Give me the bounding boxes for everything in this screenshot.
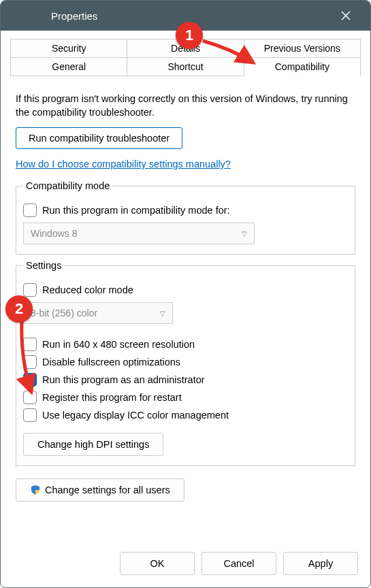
cancel-button[interactable]: Cancel: [201, 552, 276, 575]
compat-mode-select[interactable]: Windows 8 ▽: [23, 223, 255, 244]
change-all-users-label: Change settings for all users: [45, 485, 170, 495]
shield-icon: [30, 485, 41, 495]
annotation-badge-2: 2: [5, 295, 33, 323]
tab-general[interactable]: General: [10, 58, 127, 76]
change-dpi-button[interactable]: Change high DPI settings: [23, 433, 163, 456]
run-troubleshooter-button[interactable]: Run compatibility troubleshooter: [16, 127, 182, 149]
annotation-arrow-1: [197, 35, 265, 69]
properties-window: Properties Security Details Previous Ver…: [0, 0, 371, 588]
legacy-icc-checkbox[interactable]: [23, 408, 37, 422]
chevron-down-icon: ▽: [242, 230, 247, 238]
annotation-arrow-2: [14, 318, 41, 400]
legacy-icc-label: Use legacy display ICC color management: [42, 410, 229, 421]
dialog-footer: OK Cancel Apply: [1, 542, 370, 587]
manual-settings-link[interactable]: How do I choose compatibility settings m…: [16, 159, 231, 169]
run-640x480-label: Run in 640 x 480 screen resolution: [42, 339, 195, 350]
settings-group: Settings Reduced color mode 8-bit (256) …: [16, 260, 355, 466]
compat-mode-checkbox[interactable]: [23, 203, 37, 217]
run-as-admin-label: Run this program as an administrator: [42, 374, 205, 385]
annotation-badge-1: 1: [176, 22, 203, 49]
change-all-users-button[interactable]: Change settings for all users: [16, 478, 184, 502]
reduced-color-label: Reduced color mode: [42, 284, 133, 295]
ok-button[interactable]: OK: [120, 552, 195, 575]
disable-fullscreen-label: Disable fullscreen optimizations: [42, 357, 180, 368]
close-icon: [341, 11, 351, 20]
compat-mode-select-value: Windows 8: [31, 228, 77, 239]
color-depth-value: 8-bit (256) color: [31, 308, 97, 318]
tab-content: If this program isn't working correctly …: [1, 76, 370, 542]
reduced-color-checkbox[interactable]: [23, 283, 37, 297]
chevron-down-icon: ▽: [160, 310, 165, 317]
compat-description: If this program isn't working correctly …: [16, 93, 355, 119]
close-button[interactable]: [331, 1, 361, 31]
color-depth-select[interactable]: 8-bit (256) color ▽: [23, 302, 173, 324]
settings-legend: Settings: [23, 260, 64, 271]
compatibility-mode-group: Compatibility mode Run this program in c…: [16, 180, 355, 255]
compat-mode-label: Run this program in compatibility mode f…: [42, 205, 230, 216]
tab-security[interactable]: Security: [10, 39, 127, 58]
apply-button[interactable]: Apply: [283, 552, 358, 575]
window-title: Properties: [10, 10, 97, 22]
compat-mode-legend: Compatibility mode: [23, 180, 112, 191]
register-restart-label: Register this program for restart: [42, 392, 182, 403]
